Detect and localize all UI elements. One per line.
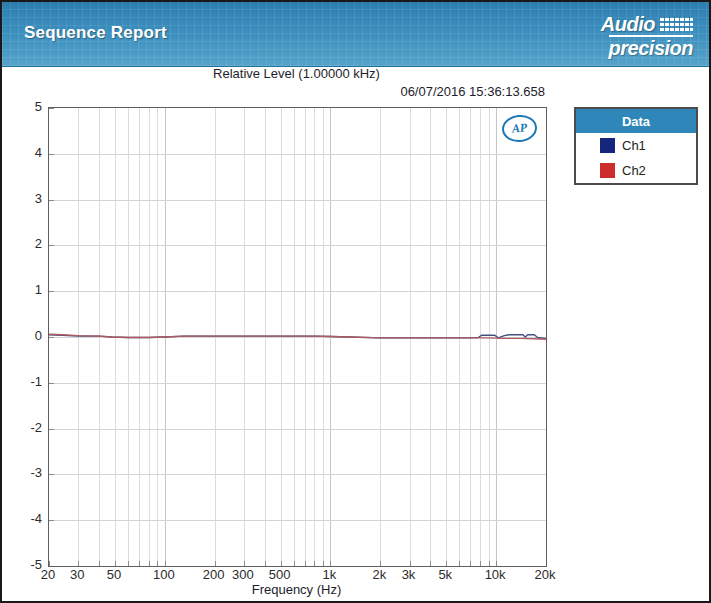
chart-title: Relative Level (1.00000 kHz) — [48, 66, 545, 81]
y-tick-label: 1 — [12, 282, 42, 297]
report-header-bar: Sequence Report Audio precision — [2, 2, 709, 67]
legend-item-ch2: Ch2 — [576, 158, 696, 183]
legend-header: Data — [576, 109, 696, 133]
plot-area: AP — [48, 107, 547, 567]
x-tick-label: 1k — [307, 567, 351, 582]
chart-canvas — [49, 108, 546, 566]
y-tick-label: -1 — [12, 374, 42, 389]
x-axis-label: Frequency (Hz) — [48, 582, 545, 597]
logo-precision-text: precision — [609, 35, 693, 58]
logo-audio-text: Audio — [601, 14, 655, 34]
y-tick-label: 2 — [12, 236, 42, 251]
audio-precision-logo: Audio precision — [601, 14, 693, 58]
ch1-color-swatch — [600, 138, 615, 153]
ch2-color-swatch — [600, 163, 615, 178]
x-tick-label: 5k — [423, 567, 467, 582]
y-tick-label: -2 — [12, 420, 42, 435]
x-tick-label: 20k — [523, 567, 567, 582]
chart-timestamp: 06/07/2016 15:36:13.658 — [48, 84, 545, 99]
legend-label-ch1: Ch1 — [622, 138, 646, 153]
x-tick-label: 10k — [473, 567, 517, 582]
y-tick-label: -3 — [12, 465, 42, 480]
y-tick-label: -4 — [12, 511, 42, 526]
legend-box: Data Ch1 Ch2 — [574, 107, 698, 185]
x-tick-label: 50 — [92, 567, 136, 582]
series-ch2-trace — [49, 334, 546, 339]
sequence-report-window: Sequence Report Audio precision Relative… — [0, 0, 711, 603]
x-tick-label: 100 — [142, 567, 186, 582]
y-tick-label: 4 — [12, 145, 42, 160]
legend-item-ch1: Ch1 — [576, 133, 696, 158]
logo-bars-icon — [659, 16, 693, 31]
page-title: Sequence Report — [24, 23, 167, 43]
y-tick-label: 0 — [12, 328, 42, 343]
y-tick-label: 3 — [12, 191, 42, 206]
y-tick-label: 5 — [12, 99, 42, 114]
legend-label-ch2: Ch2 — [622, 163, 646, 178]
x-tick-label: 500 — [258, 567, 302, 582]
